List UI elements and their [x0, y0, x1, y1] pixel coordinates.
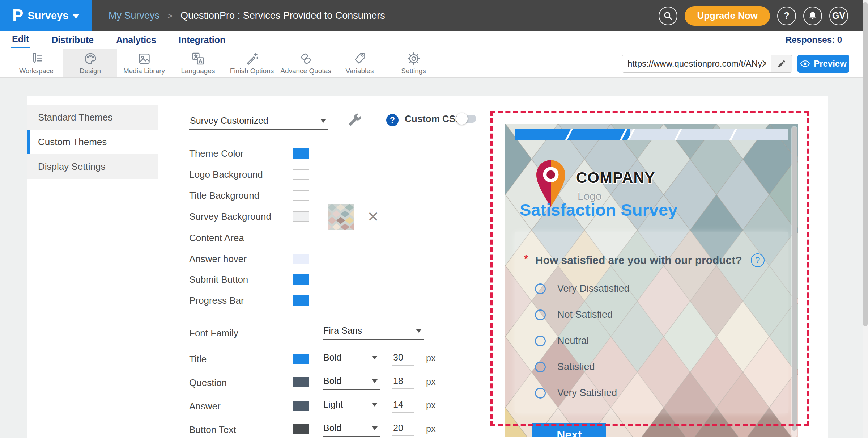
color-swatch[interactable]: [293, 295, 309, 306]
help-button[interactable]: ?: [777, 7, 796, 25]
palette-icon: [84, 52, 97, 66]
option-not-satisfied[interactable]: Not Satisfied: [535, 309, 613, 320]
survey-progress-bar: [515, 129, 788, 140]
tab-distribute[interactable]: Distribute: [51, 33, 94, 47]
translate-icon: [191, 52, 205, 66]
next-button[interactable]: Next: [532, 423, 606, 438]
font-family-select[interactable]: Fira Sans: [323, 324, 424, 340]
radio-icon[interactable]: [535, 283, 546, 294]
tab-integration[interactable]: Integration: [178, 33, 226, 47]
title-size-input[interactable]: 30: [392, 352, 414, 366]
sidebar-item-display-settings[interactable]: Display Settings: [27, 154, 158, 179]
theme-tools-button[interactable]: [346, 112, 362, 129]
design-panel: Standard Themes Custom Themes Display Se…: [27, 96, 828, 438]
survey-url-group: [622, 55, 792, 73]
breadcrumb-my-surveys[interactable]: My Surveys: [109, 10, 159, 21]
title-weight-select[interactable]: Bold: [323, 351, 380, 366]
workspace-icon: [30, 52, 43, 66]
brand-label: Surveys: [27, 10, 68, 22]
magic-wand-icon: [245, 52, 259, 66]
survey-background-thumbnail[interactable]: [328, 204, 354, 230]
button-text-size-input[interactable]: 20: [392, 423, 414, 436]
remove-background-button[interactable]: ×: [367, 209, 379, 223]
preview-scrollbar-thumb[interactable]: [792, 127, 797, 431]
radio-icon[interactable]: [535, 362, 546, 372]
sidebar-item-standard-themes[interactable]: Standard Themes: [27, 105, 158, 130]
gear-icon: [407, 52, 421, 66]
radio-icon[interactable]: [535, 309, 546, 320]
font-color-swatch[interactable]: [293, 354, 309, 364]
topbar: P Surveys My Surveys > QuestionPro : Ser…: [0, 0, 868, 31]
wrench-icon: [346, 112, 362, 128]
toolbar-item-media-library[interactable]: Media Library: [117, 49, 171, 77]
page-title: QuestionPro : Services Provided to Consu…: [180, 10, 385, 21]
toolbar-item-finish-options[interactable]: Finish Options: [225, 49, 279, 77]
chevron-down-icon: [372, 356, 378, 359]
font-color-swatch[interactable]: [293, 377, 309, 387]
chevron-down-icon: [372, 379, 378, 383]
font-color-swatch[interactable]: [293, 424, 309, 434]
survey-url-input[interactable]: [622, 55, 771, 72]
option-neutral[interactable]: Neutral: [535, 335, 589, 346]
chevron-down-icon: [320, 119, 326, 123]
color-swatch[interactable]: [293, 254, 309, 264]
questionpro-logo-icon: P: [12, 5, 24, 25]
breadcrumb-separator: >: [167, 11, 173, 21]
eye-icon: [800, 60, 810, 67]
color-swatch[interactable]: [293, 190, 309, 201]
page-scrollbar-thumb[interactable]: [863, 2, 868, 326]
notifications-button[interactable]: [803, 7, 822, 25]
radio-icon[interactable]: [535, 388, 546, 399]
topbar-actions: Upgrade Now ? GV: [659, 0, 848, 31]
answer-size-input[interactable]: 14: [392, 399, 414, 413]
custom-css-label: Custom CSS: [405, 113, 461, 125]
survey-title: Satisfaction Survey: [520, 200, 677, 220]
font-color-swatch[interactable]: [293, 401, 309, 411]
tab-analytics[interactable]: Analytics: [115, 33, 157, 47]
avatar[interactable]: GV: [829, 7, 848, 25]
progress-fill: [515, 129, 630, 140]
question-help-icon[interactable]: ?: [751, 253, 765, 267]
toolbar-item-languages[interactable]: Languages: [171, 49, 225, 77]
color-swatch[interactable]: [293, 274, 309, 285]
toolbar-item-settings[interactable]: Settings: [387, 49, 441, 77]
required-asterisk: *: [524, 253, 528, 265]
question-size-input[interactable]: 18: [392, 376, 414, 389]
sidebar-item-custom-themes[interactable]: Custom Themes: [27, 130, 158, 154]
toggle-knob: [456, 113, 468, 125]
preview-scrollbar[interactable]: [791, 126, 797, 437]
design-toolbar: Workspace Design Media Library Languages…: [0, 49, 868, 78]
theme-help-icon[interactable]: ?: [386, 114, 399, 126]
edit-url-button[interactable]: [771, 55, 792, 72]
thumbnail-image: [328, 204, 354, 230]
radio-icon[interactable]: [535, 336, 546, 346]
option-very-dissatisfied[interactable]: Very Dissatisfied: [535, 283, 630, 294]
color-swatch[interactable]: [293, 233, 309, 243]
toolbar-item-advance-quotas[interactable]: Advance Quotas: [279, 49, 333, 77]
brand-menu[interactable]: P Surveys: [0, 0, 92, 31]
survey-nav: Edit Distribute Analytics Integration: [0, 31, 868, 49]
toolbar-item-workspace[interactable]: Workspace: [9, 49, 63, 77]
button-text-weight-select[interactable]: Bold: [323, 421, 380, 437]
answer-weight-select[interactable]: Light: [323, 398, 380, 413]
toolbar-item-variables[interactable]: Variables: [333, 49, 387, 77]
divider: [189, 313, 489, 313]
color-swatch[interactable]: [293, 148, 309, 159]
toolbar-item-design[interactable]: Design: [63, 49, 117, 77]
custom-css-toggle[interactable]: [458, 115, 476, 123]
question-weight-select[interactable]: Bold: [323, 374, 380, 390]
preview-button[interactable]: Preview: [797, 55, 849, 73]
theme-select[interactable]: Survey Customized: [189, 114, 328, 130]
bell-icon: [808, 11, 817, 21]
option-satisfied[interactable]: Satisfied: [535, 361, 595, 372]
upgrade-now-button[interactable]: Upgrade Now: [685, 6, 770, 26]
tab-edit[interactable]: Edit: [11, 33, 30, 48]
search-button[interactable]: [659, 7, 677, 25]
responses-count[interactable]: Responses: 0: [786, 35, 842, 45]
color-swatch[interactable]: [293, 169, 309, 180]
color-swatch[interactable]: [293, 211, 309, 222]
option-very-satisfied[interactable]: Very Satisfied: [535, 387, 617, 399]
breadcrumb: My Surveys > QuestionPro : Services Prov…: [109, 10, 385, 21]
font-family-label: Font Family: [189, 328, 238, 339]
page-scrollbar[interactable]: [863, 0, 868, 438]
